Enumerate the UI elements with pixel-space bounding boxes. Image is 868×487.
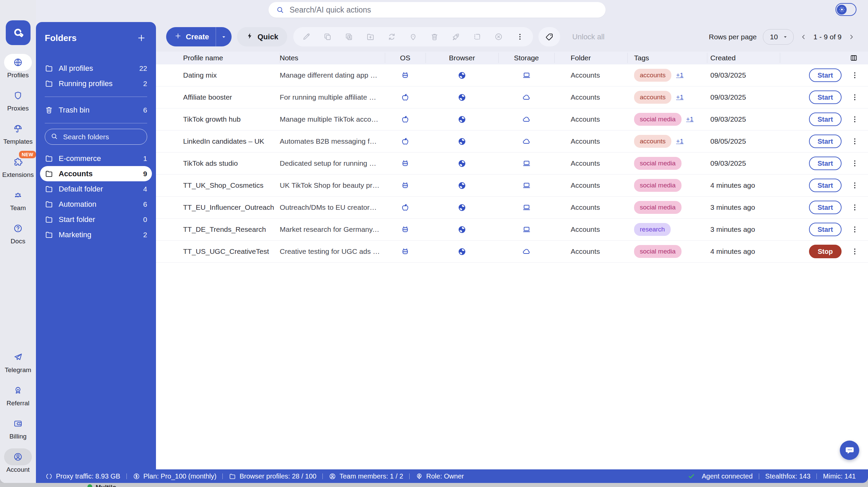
sidebar-item-referral[interactable]: Referral — [0, 382, 36, 407]
folder-item-trash-bin[interactable]: Trash bin6 — [40, 102, 152, 118]
profile-row[interactable]: TT_US_UGC_CreativeTestCreative testing f… — [156, 241, 868, 263]
stop-profile-button[interactable]: Stop — [809, 245, 842, 258]
sidebar-item-billing[interactable]: Billing — [0, 415, 36, 440]
move-to-folder-icon[interactable] — [366, 33, 375, 41]
folder-item-e-commerce[interactable]: E-commerce1 — [40, 151, 152, 166]
row-menu-kebab-icon[interactable] — [850, 203, 859, 212]
profile-row[interactable]: LinkedIn candidates – UKAutomates B2B me… — [156, 130, 868, 153]
start-profile-button[interactable]: Start — [809, 113, 842, 126]
column-header-created[interactable]: Created — [707, 52, 780, 64]
more-tags-link[interactable]: +1 — [676, 138, 684, 145]
start-profile-button[interactable]: Start — [809, 135, 842, 148]
profile-row[interactable]: TT_EU_Influencer_OutreachOutreach/DMs to… — [156, 197, 868, 219]
profiles-table: Profile nameNotesOSBrowserStorageFolderT… — [156, 52, 868, 469]
folder-item-all-profiles[interactable]: All profiles22 — [40, 61, 152, 76]
launch-rocket-icon[interactable] — [452, 33, 460, 41]
profile-name: TikTok growth hub — [183, 115, 280, 123]
add-folder-button[interactable] — [136, 32, 147, 44]
quick-button[interactable]: Quick — [237, 27, 287, 46]
start-profile-button[interactable]: Start — [809, 90, 842, 104]
folder-search-input[interactable] — [62, 133, 141, 141]
delete-trash-icon[interactable] — [430, 33, 439, 41]
sidebar-item-proxies[interactable]: Proxies — [0, 87, 36, 112]
location-pin-icon[interactable] — [409, 33, 417, 41]
sidebar-item-telegram[interactable]: Telegram — [0, 349, 36, 374]
folder-item-default-folder[interactable]: Default folder4 — [40, 181, 152, 197]
search-input[interactable] — [289, 5, 598, 15]
refresh-icon[interactable] — [388, 33, 396, 41]
row-menu-kebab-icon[interactable] — [850, 247, 859, 256]
create-dropdown-caret[interactable] — [216, 33, 232, 41]
edit-pencil-icon[interactable] — [302, 33, 311, 41]
profile-row[interactable]: Affiliate boosterFor running multiple af… — [156, 86, 868, 108]
divider — [45, 123, 147, 123]
folder-item-accounts[interactable]: Accounts9 — [40, 166, 152, 181]
folder-item-start-folder[interactable]: Start folder0 — [40, 212, 152, 227]
profile-created: 09/03/2025 — [707, 115, 780, 123]
row-menu-kebab-icon[interactable] — [850, 137, 859, 146]
select-window-icon[interactable] — [473, 33, 481, 41]
profile-row[interactable]: TikTok growth hubManage multiple TikTok … — [156, 108, 868, 130]
chat-launcher-button[interactable] — [840, 441, 859, 460]
row-menu-kebab-icon[interactable] — [850, 181, 859, 190]
profile-row[interactable]: TikTok ads studioDedicated setup for run… — [156, 153, 868, 175]
column-header-notes[interactable]: Notes — [280, 52, 385, 64]
folder-icon — [45, 215, 53, 224]
more-tags-link[interactable]: +1 — [676, 94, 684, 101]
cancel-circle-icon[interactable] — [494, 33, 503, 41]
profile-row[interactable]: Dating mixManage different dating app ac… — [156, 64, 868, 86]
more-tags-link[interactable]: +1 — [676, 72, 684, 79]
global-search[interactable] — [269, 2, 606, 18]
start-profile-button[interactable]: Start — [809, 157, 842, 170]
divider — [409, 473, 410, 479]
column-header-os[interactable]: OS — [385, 52, 426, 64]
column-header-tags[interactable]: Tags — [627, 52, 707, 64]
sidebar-item-profiles[interactable]: Profiles — [0, 54, 36, 79]
tag-chip: social media — [634, 157, 682, 170]
column-header-folder[interactable]: Folder — [554, 52, 627, 64]
sidebar-bottom-nav: TelegramReferralBillingAccount — [0, 349, 36, 483]
sidebar-item-extensions[interactable]: NEWExtensions — [0, 154, 36, 179]
row-menu-kebab-icon[interactable] — [850, 225, 859, 234]
sidebar-item-templates[interactable]: Templates — [0, 120, 36, 145]
folder-item-marketing[interactable]: Marketing2 — [40, 227, 152, 242]
sidebar-item-label: Telegram — [5, 366, 31, 374]
sidebar-item-account[interactable]: Account — [0, 448, 36, 473]
column-header-storage[interactable]: Storage — [498, 52, 554, 64]
column-header-browser[interactable]: Browser — [426, 52, 498, 64]
plus-icon — [174, 32, 182, 42]
profile-row[interactable]: TT_DE_Trends_ResearchMarket research for… — [156, 219, 868, 241]
start-profile-button[interactable]: Start — [809, 68, 842, 82]
clone-profile-icon[interactable] — [345, 33, 353, 41]
column-settings-button[interactable] — [780, 52, 868, 64]
sidebar-item-label: Referral — [6, 400, 29, 407]
tag-chip: accounts — [634, 135, 671, 148]
sidebar-item-team[interactable]: Team — [0, 187, 36, 212]
create-button[interactable]: Create — [166, 27, 232, 46]
new-badge: NEW — [19, 151, 36, 158]
duplicate-icon[interactable] — [323, 33, 332, 41]
folder-search[interactable] — [45, 129, 147, 145]
next-page-button[interactable] — [848, 33, 855, 41]
rows-per-page-select[interactable]: 10 — [763, 29, 794, 45]
column-header-profile-name[interactable]: Profile name — [183, 52, 280, 64]
more-tags-link[interactable]: +1 — [686, 116, 694, 123]
start-profile-button[interactable]: Start — [809, 223, 842, 236]
unlock-all-button[interactable]: Unlock all — [572, 33, 605, 41]
start-profile-button[interactable]: Start — [809, 179, 842, 192]
row-menu-kebab-icon[interactable] — [850, 71, 859, 80]
start-profile-button[interactable]: Start — [809, 201, 842, 214]
row-menu-kebab-icon[interactable] — [850, 115, 859, 124]
row-menu-kebab-icon[interactable] — [850, 93, 859, 102]
app-logo[interactable] — [6, 20, 31, 45]
folder-item-automation[interactable]: Automation6 — [40, 197, 152, 212]
previous-page-button[interactable] — [800, 33, 807, 41]
folder-item-running-profiles[interactable]: Running profiles2 — [40, 76, 152, 91]
row-menu-kebab-icon[interactable] — [850, 159, 859, 168]
profile-row[interactable]: TT_UK_Shop_CosmeticsUK TikTok Shop for b… — [156, 175, 868, 197]
sidebar-item-docs[interactable]: Docs — [0, 220, 36, 245]
divider — [45, 97, 147, 97]
theme-toggle[interactable] — [835, 3, 856, 16]
more-kebab-icon[interactable] — [516, 33, 524, 41]
tag-button[interactable] — [538, 27, 560, 46]
